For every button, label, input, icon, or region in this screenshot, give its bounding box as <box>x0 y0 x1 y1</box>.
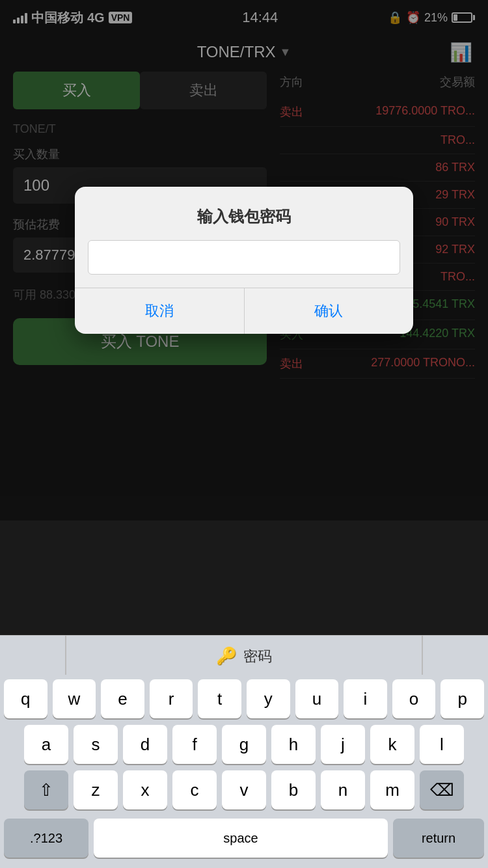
key-g[interactable]: g <box>222 725 266 764</box>
key-row-1: qwertyuiop <box>4 679 484 718</box>
cancel-button[interactable]: 取消 <box>75 288 245 334</box>
key-c[interactable]: c <box>172 770 217 809</box>
key-row-2-inner: zxcvbnm <box>74 770 414 809</box>
divider-left <box>65 636 66 675</box>
key-v[interactable]: v <box>222 770 266 809</box>
key-p[interactable]: p <box>441 679 484 718</box>
dialog-buttons: 取消 确认 <box>75 288 413 334</box>
keyboard-password-label: 密码 <box>243 647 272 666</box>
dialog-overlay: 输入钱包密码 取消 确认 <box>0 0 488 521</box>
key-w[interactable]: w <box>53 679 96 718</box>
key-k[interactable]: k <box>370 725 414 764</box>
symbol-key[interactable]: .?123 <box>4 819 88 858</box>
key-q[interactable]: q <box>4 679 47 718</box>
return-key[interactable]: return <box>393 819 484 858</box>
key-o[interactable]: o <box>392 679 436 718</box>
key-i[interactable]: i <box>344 679 387 718</box>
key-d[interactable]: d <box>123 725 167 764</box>
key-j[interactable]: j <box>321 725 365 764</box>
key-l[interactable]: l <box>420 725 464 764</box>
key-e[interactable]: e <box>101 679 144 718</box>
key-a[interactable]: a <box>24 725 68 764</box>
key-n[interactable]: n <box>321 770 365 809</box>
backspace-key[interactable]: ⌫ <box>420 770 464 809</box>
key-y[interactable]: y <box>247 679 290 718</box>
password-dialog: 输入钱包密码 取消 确认 <box>75 187 413 334</box>
key-row-2: asdfghjkl <box>4 725 484 764</box>
key-h[interactable]: h <box>271 725 316 764</box>
dialog-title: 输入钱包密码 <box>75 187 413 240</box>
key-f[interactable]: f <box>172 725 217 764</box>
key-z[interactable]: z <box>74 770 118 809</box>
confirm-button[interactable]: 确认 <box>245 288 414 334</box>
keyboard-area: 🔑 密码 qwertyuiop asdfghjkl ⇧ zxcvbnm ⌫ .?… <box>0 635 488 868</box>
key-m[interactable]: m <box>370 770 414 809</box>
key-t[interactable]: t <box>198 679 241 718</box>
key-s[interactable]: s <box>74 725 118 764</box>
shift-key[interactable]: ⇧ <box>24 770 68 809</box>
dialog-input-wrap <box>75 240 413 288</box>
key-icon: 🔑 <box>216 646 237 666</box>
keyboard-label-row: 🔑 密码 <box>0 635 488 674</box>
key-b[interactable]: b <box>271 770 316 809</box>
keyboard-bottom-row: .?123 space return <box>0 819 488 868</box>
key-row-3: ⇧ zxcvbnm ⌫ <box>4 770 484 809</box>
divider-right <box>422 636 423 675</box>
key-u[interactable]: u <box>295 679 339 718</box>
space-key[interactable]: space <box>94 819 388 858</box>
keyboard: qwertyuiop asdfghjkl ⇧ zxcvbnm ⌫ <box>0 674 488 819</box>
key-r[interactable]: r <box>150 679 193 718</box>
key-x[interactable]: x <box>123 770 167 809</box>
password-input[interactable] <box>88 240 400 275</box>
